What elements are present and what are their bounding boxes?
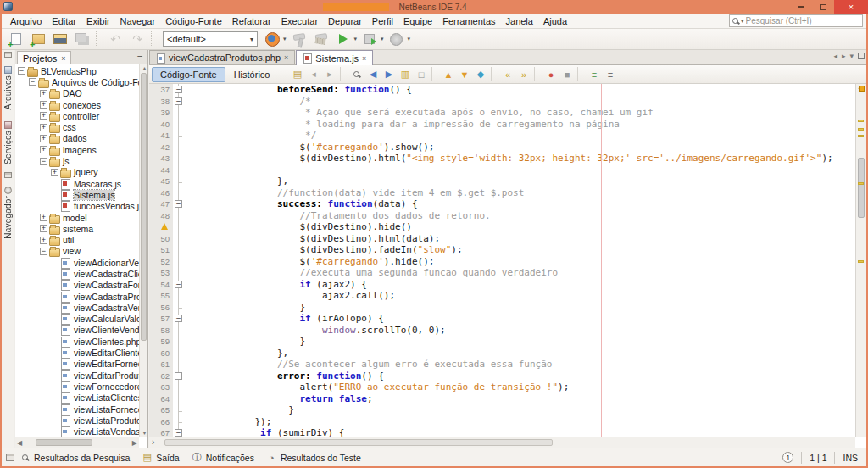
- warning-status-icon[interactable]: [859, 86, 865, 92]
- find-next-occurrence-icon[interactable]: ▶: [381, 67, 397, 82]
- fold-collapse-icon[interactable]: −: [175, 98, 182, 105]
- code-line[interactable]: 51 $(divDestino).fadeIn("slow");: [149, 244, 866, 256]
- scroll-left-icon[interactable]: ◀: [17, 439, 22, 447]
- tree-node-funcoesvendas.js[interactable]: funcoesVendas.js: [15, 201, 139, 212]
- tree-node-view[interactable]: −view: [15, 246, 139, 257]
- dock-tab-navegador[interactable]: Navegador: [3, 184, 13, 242]
- maximize-editor-icon[interactable]: [858, 53, 865, 59]
- code-line[interactable]: 66 });: [149, 416, 866, 428]
- expand-icon[interactable]: +: [40, 112, 47, 120]
- scroll-chevron-icon[interactable]: ›: [152, 437, 154, 447]
- code-line[interactable]: 65 }: [149, 404, 866, 416]
- resultados-do-teste-button[interactable]: ◔Resultados do Teste: [266, 452, 361, 463]
- tree-node-viewlistafornece[interactable]: viewListaFornece: [15, 404, 139, 415]
- tree-node-dao[interactable]: +DAO: [15, 88, 139, 99]
- expand-icon[interactable]: +: [51, 169, 58, 176]
- fold-region[interactable]: −: [173, 96, 184, 108]
- code-line[interactable]: 44: [149, 164, 866, 176]
- clean-build-icon[interactable]: [311, 31, 331, 48]
- run-icon[interactable]: [333, 31, 353, 48]
- scrollbar-thumb[interactable]: [141, 73, 147, 341]
- expand-icon[interactable]: +: [40, 101, 47, 109]
- fold-collapse-icon[interactable]: −: [175, 315, 182, 322]
- tree-node-viewcadastravend[interactable]: viewCadastraVend: [15, 302, 139, 313]
- tree-node-viewcadastraclien[interactable]: viewCadastraClien: [15, 268, 139, 279]
- historico-button[interactable]: Histórico: [225, 67, 279, 82]
- next-bookmark-icon[interactable]: ▼: [456, 67, 472, 82]
- code-line[interactable]: 43 $(divDestino).html("<img style='width…: [149, 153, 866, 164]
- dock-restore-group-top[interactable]: [4, 52, 12, 58]
- tree-node-sistema[interactable]: +sistema: [15, 223, 139, 234]
- fold-collapse-icon[interactable]: −: [175, 86, 182, 93]
- expand-icon[interactable]: +: [40, 237, 47, 244]
- code-line[interactable]: 54− if (ajax2) {: [149, 279, 866, 291]
- fold-collapse-icon[interactable]: −: [175, 200, 182, 208]
- fold-collapse-icon[interactable]: −: [175, 429, 182, 437]
- code-line[interactable]: 63 alert("ERRO ao executar função de tra…: [149, 382, 866, 393]
- collapse-icon[interactable]: −: [29, 78, 36, 86]
- menu-executar[interactable]: Executar: [276, 15, 323, 27]
- comment-icon[interactable]: ≡: [586, 67, 602, 82]
- previous-bookmark-icon[interactable]: ▲: [440, 67, 456, 82]
- save-all-icon[interactable]: [72, 31, 92, 48]
- code-line[interactable]: 46 //function(data) vide item 4 em $.get…: [149, 187, 866, 199]
- titlebar[interactable]: - NetBeans IDE 7.4 ×: [0, 0, 868, 14]
- tree-node-imagens[interactable]: +imagens: [15, 144, 139, 155]
- chevron-down-icon[interactable]: ▾: [408, 36, 411, 42]
- chevron-down-icon[interactable]: ▾: [354, 36, 358, 42]
- code-line[interactable]: 40 * loading para dar a impressão de car…: [149, 119, 866, 131]
- code-editor[interactable]: 37− beforeSend: function() {38− /*39 * A…: [149, 84, 866, 437]
- new-file-icon[interactable]: [6, 31, 26, 48]
- expand-icon[interactable]: +: [40, 214, 47, 221]
- menu-ajuda[interactable]: Ajuda: [538, 15, 572, 27]
- tree-node-vieweditarproduto[interactable]: viewEditarProduto: [15, 370, 139, 381]
- dock-tab-arquivos[interactable]: Arquivos: [3, 64, 13, 113]
- code-line[interactable]: 55 ajax2.call();: [149, 290, 866, 302]
- tree-node-viewlistavendas.p[interactable]: viewListaVendas.p: [15, 426, 139, 437]
- toggle-highlight-search-icon[interactable]: ▥: [397, 67, 413, 82]
- tree-node-util[interactable]: +util: [15, 234, 139, 245]
- tree-node-controller[interactable]: +controller: [15, 110, 139, 121]
- code-line[interactable]: 47− success: function(data) {: [149, 198, 866, 210]
- profile-icon[interactable]: [387, 31, 407, 48]
- projects-vertical-scrollbar[interactable]: ▲ ▼: [139, 64, 147, 437]
- expand-icon[interactable]: +: [40, 135, 47, 142]
- code-line[interactable]: 59 }: [149, 336, 866, 348]
- resultados-da-pesquisa-button[interactable]: Resultados da Pesquisa: [19, 452, 130, 463]
- code-line[interactable]: 56 }: [149, 302, 866, 314]
- uncomment-icon[interactable]: ≡: [602, 67, 618, 82]
- search-input[interactable]: [746, 16, 860, 25]
- code-line[interactable]: 58 window.scrollTo(0, 0);: [149, 325, 866, 337]
- fold-collapse-icon[interactable]: −: [175, 281, 182, 288]
- debug-icon[interactable]: [359, 31, 380, 48]
- menu-arquivo[interactable]: Arquivo: [5, 15, 47, 27]
- code-line[interactable]: 62− error: function() {: [149, 370, 866, 382]
- redo-icon[interactable]: ↷: [127, 31, 147, 48]
- tree-node-blvendasphp[interactable]: −BLVendasPhp: [15, 65, 139, 76]
- fold-region[interactable]: −: [173, 84, 184, 96]
- stop-macro-recording-icon[interactable]: ■: [559, 67, 575, 82]
- fold-region[interactable]: −: [173, 313, 184, 325]
- code-line[interactable]: 64 return false;: [149, 393, 866, 405]
- expand-icon[interactable]: +: [40, 146, 47, 153]
- menu-refatorar[interactable]: Refatorar: [227, 15, 276, 27]
- start-macro-recording-icon[interactable]: ●: [542, 67, 559, 82]
- tree-node-sistema.js[interactable]: Sistema.js: [15, 189, 139, 200]
- tree-node-viewcadastraprod[interactable]: viewCadastraProd: [15, 291, 139, 302]
- chevron-down-icon[interactable]: ▾: [741, 18, 744, 25]
- warning-mark[interactable]: [858, 135, 864, 137]
- code-line[interactable]: 52 $('#carregando').hide();: [149, 256, 866, 268]
- warning-mark[interactable]: [858, 128, 864, 131]
- chevron-down-icon[interactable]: ▾: [381, 36, 384, 42]
- menu-codigo-fonte[interactable]: Código-Fonte: [160, 15, 227, 27]
- scrollbar-thumb[interactable]: [164, 439, 553, 446]
- menu-depurar[interactable]: Depurar: [323, 15, 367, 27]
- code-line[interactable]: 48 //Tratamento dos dados de retorno.: [149, 210, 866, 222]
- tree-node-viewfornecedores[interactable]: viewFornecedores: [15, 381, 139, 392]
- code-line[interactable]: 41 */: [149, 130, 866, 142]
- codigo-fonte-button[interactable]: Código-Fonte: [152, 67, 225, 82]
- warning-mark[interactable]: [858, 260, 864, 263]
- minimize-panel-icon[interactable]: –: [136, 53, 144, 61]
- close-tab-icon[interactable]: ×: [362, 54, 366, 63]
- find-selection-icon[interactable]: [348, 67, 364, 82]
